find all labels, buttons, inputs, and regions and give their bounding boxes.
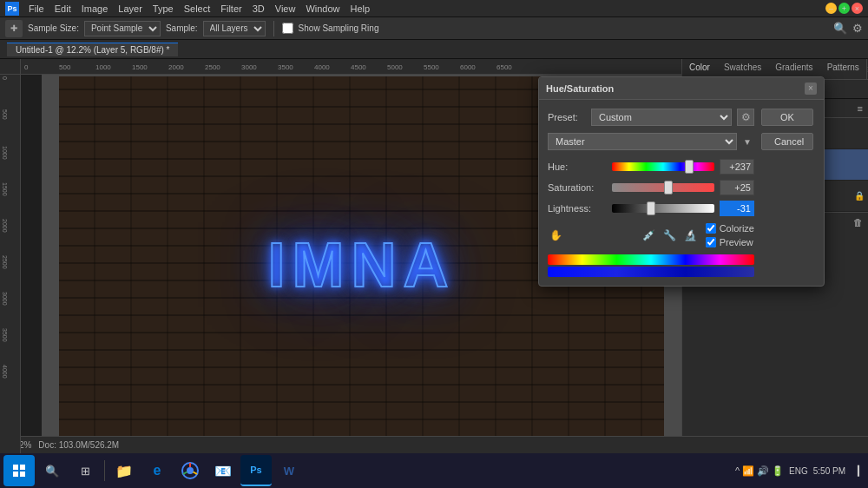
panel-icon[interactable]: ⚙: [852, 22, 863, 35]
subtract-from-sample-tool[interactable]: 🔧: [662, 228, 678, 243]
close-button[interactable]: ×: [852, 3, 863, 14]
remove-from-sample-tool[interactable]: 🔬: [683, 228, 699, 243]
spectrum-bottom-bar: [548, 267, 754, 277]
menu-bar: Ps File Edit Image Layer Type Select Fil…: [0, 0, 868, 17]
show-ring-label: Show Sampling Ring: [299, 23, 379, 33]
menu-window[interactable]: Window: [301, 3, 344, 15]
preview-checkbox[interactable]: [706, 237, 716, 247]
lightness-slider-thumb[interactable]: [647, 201, 655, 215]
ruler-mark: 1500: [132, 63, 148, 71]
cancel-button[interactable]: Cancel: [761, 133, 813, 150]
ruler-mark: 6500: [496, 63, 512, 71]
show-desktop-button[interactable]: ▎: [858, 465, 865, 477]
menu-layer[interactable]: Layer: [114, 3, 147, 15]
lightness-label: Lightness:: [548, 203, 607, 214]
hand-picker-tool[interactable]: ✋: [548, 228, 563, 243]
menu-view[interactable]: View: [271, 3, 300, 15]
menu-edit[interactable]: Edit: [50, 3, 76, 15]
hue-saturation-dialog: Hue/Saturation × Preset: Custom ⚙ Master: [538, 76, 825, 287]
dialog-checkboxes: Colorize Preview: [706, 223, 754, 247]
ruler-mark: 2500: [205, 63, 220, 71]
sample-value-select[interactable]: All Layers: [203, 21, 266, 36]
start-button[interactable]: [3, 455, 35, 486]
hue-slider-thumb[interactable]: [685, 160, 694, 174]
add-to-sample-tool[interactable]: 💉: [641, 228, 657, 243]
menu-3d[interactable]: 3D: [248, 3, 269, 15]
taskview-button[interactable]: ⊞: [69, 455, 101, 486]
doc-info: Doc: 103.0M/526.2M: [38, 440, 119, 450]
svg-line-7: [194, 472, 198, 475]
hue-value-input[interactable]: [720, 159, 754, 175]
ruler-left-mark: 3500: [2, 328, 8, 342]
preset-settings-button[interactable]: ⚙: [737, 109, 754, 126]
saturation-slider-thumb[interactable]: [664, 181, 673, 195]
neon-text-layer: IMNA: [268, 229, 456, 300]
sample-size-select[interactable]: Point Sample: [84, 21, 161, 36]
lightness-slider-track[interactable]: [612, 204, 714, 213]
svg-rect-3: [20, 472, 25, 477]
current-tool-icon: ✚: [5, 20, 23, 37]
menu-type[interactable]: Type: [148, 3, 178, 15]
show-ring-checkbox[interactable]: [282, 23, 293, 34]
tray-icon-1[interactable]: ^: [735, 465, 740, 476]
channel-row: Master ▼: [548, 133, 754, 150]
svg-point-5: [187, 467, 194, 474]
minimize-button[interactable]: –: [825, 3, 837, 14]
saturation-slider-track[interactable]: [612, 183, 714, 192]
edge-button[interactable]: e: [141, 455, 173, 486]
dialog-close-button[interactable]: ×: [805, 82, 817, 95]
svg-line-8: [183, 472, 187, 475]
saturation-value-input[interactable]: [720, 180, 754, 195]
ruler-left-mark: 2500: [2, 255, 8, 269]
search-taskbar-button[interactable]: 🔍: [36, 455, 68, 486]
battery-icon[interactable]: 🔋: [772, 465, 784, 477]
menu-image[interactable]: Image: [77, 3, 113, 15]
ruler-mark: 4000: [314, 63, 330, 71]
doc-tab: Untitled-1 @ 12.2% (Layer 5, RGB/8#) *: [0, 40, 868, 59]
hue-label: Hue:: [548, 162, 607, 172]
ruler-left: 0 500 1000 1500 2000 2500 3000 3500 4000: [0, 75, 21, 471]
tab-patterns[interactable]: Patterns: [820, 59, 866, 79]
maximize-button[interactable]: +: [838, 3, 850, 14]
photoshop-taskbar-button[interactable]: Ps: [240, 455, 272, 486]
system-tray: ^ 📶 🔊 🔋 ENG 5:50 PM ▎: [735, 465, 865, 477]
saturation-slider-row: Saturation:: [548, 180, 754, 195]
menu-filter[interactable]: Filter: [216, 3, 246, 15]
layers-menu-icon[interactable]: ≡: [858, 103, 863, 114]
menu-select[interactable]: Select: [180, 3, 215, 15]
preset-select[interactable]: Custom: [591, 109, 732, 126]
delete-layer-button[interactable]: 🗑: [851, 215, 865, 229]
word-taskbar-button[interactable]: W: [273, 455, 305, 486]
ruler-left-mark: 1000: [2, 146, 8, 160]
hue-slider-track[interactable]: [612, 162, 714, 171]
network-icon[interactable]: 📶: [742, 465, 754, 477]
colorize-checkbox[interactable]: [706, 223, 716, 234]
system-clock[interactable]: 5:50 PM: [813, 466, 852, 476]
lightness-slider-row: Lightness:: [548, 201, 754, 216]
volume-icon[interactable]: 🔊: [757, 465, 769, 477]
preview-row: Preview: [706, 237, 754, 247]
ruler-left-mark: 3000: [2, 292, 8, 306]
ruler-left-mark: 2000: [2, 219, 8, 233]
hue-slider-row: Hue:: [548, 159, 754, 175]
lightness-value-input[interactable]: [720, 201, 754, 216]
channel-select[interactable]: Master: [548, 133, 737, 150]
file-explorer-button[interactable]: 📁: [108, 455, 140, 486]
ruler-mark: 1000: [95, 63, 111, 71]
dialog-tools: ✋: [548, 228, 563, 243]
menu-help[interactable]: Help: [346, 3, 375, 15]
taskbar-separator: [104, 460, 105, 481]
saturation-label: Saturation:: [548, 182, 607, 193]
spectrum-top-bar: [548, 254, 754, 265]
mail-button[interactable]: 📧: [207, 455, 239, 486]
active-doc-tab[interactable]: Untitled-1 @ 12.2% (Layer 5, RGB/8#) *: [7, 43, 178, 56]
menu-file[interactable]: File: [24, 3, 49, 15]
ok-button[interactable]: OK: [761, 109, 813, 126]
language-indicator[interactable]: ENG: [789, 466, 808, 476]
ruler-mark: 4500: [351, 63, 366, 71]
ruler-mark: 0: [24, 63, 28, 71]
tray-icons: ^ 📶 🔊 🔋: [735, 465, 784, 477]
search-icon[interactable]: 🔍: [833, 22, 847, 35]
sample-size-label: Sample Size:: [28, 23, 79, 33]
chrome-button[interactable]: [174, 455, 206, 486]
